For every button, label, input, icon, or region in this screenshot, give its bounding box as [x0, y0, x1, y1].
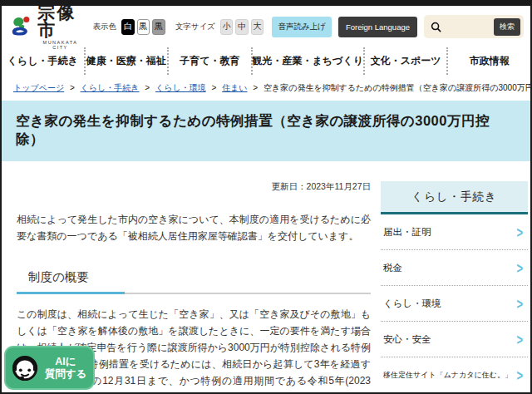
nav-item-kenko[interactable]: 健康・医療・福祉 [84, 47, 168, 75]
section-heading: 制度の概要 [28, 269, 371, 285]
page: 宗像市 MUNAKATA CITY 表示色 白 黒 黒 文字サイズ 小 中 大 … [2, 6, 530, 392]
sidebar: くらし・手続き 届出・証明 > 税金 > くらし・環境 > [381, 181, 528, 392]
font-size-medium-button[interactable]: 中 [235, 19, 249, 35]
nav-item-kosodate[interactable]: 子育て・教育 [167, 47, 251, 75]
chevron-right-icon: > [516, 295, 523, 312]
page-title-band: 空き家の発生を抑制するための特例措置（空き家の譲渡所得の3000万円控除） [2, 101, 530, 161]
breadcrumb-link-sumai[interactable]: 住まい [222, 83, 247, 92]
site-title: 宗像市 [37, 6, 82, 38]
munakata-logo-icon [10, 12, 33, 41]
global-nav: くらし・手続き 健康・医療・福祉 子育て・教育 観光・産業・まちづくり 文化・ス… [2, 47, 530, 75]
display-color-gray-button[interactable]: 黒 [152, 19, 165, 35]
font-size-large-button[interactable]: 大 [251, 19, 264, 35]
breadcrumb-separator: > [253, 83, 258, 92]
breadcrumb-separator: > [70, 83, 75, 92]
font-size-label: 文字サイズ [175, 22, 215, 32]
sidebar-item-iju[interactable]: 移住定住サイト「ムナカタに住む。」 > [381, 357, 528, 392]
sidebar-item-label: 税金 [383, 262, 402, 274]
sidebar-title: くらし・手続き [381, 181, 528, 214]
breadcrumb-separator: > [145, 83, 150, 92]
chevron-right-icon: > [516, 331, 523, 347]
updated-date: 更新日：2023年11月27日 [17, 181, 371, 193]
site-header: 宗像市 MUNAKATA CITY 表示色 白 黒 黒 文字サイズ 小 中 大 … [2, 6, 530, 47]
sidebar-item-anshin[interactable]: 安心・安全 > [381, 322, 528, 357]
breadcrumb-link-kurashi[interactable]: くらし・手続き [81, 83, 140, 92]
search-icon [431, 22, 441, 32]
breadcrumb: トップページ > くらし・手続き > くらし・環境 > 住まい > 空き家の発生… [2, 75, 530, 101]
ask-ai-label: AIに 質問する [43, 356, 88, 381]
sidebar-item-label: くらし・環境 [383, 298, 441, 310]
sidebar-item-label: 届出・証明 [383, 226, 431, 239]
search-box: 検索 [424, 15, 524, 38]
page-title: 空き家の発生を抑制するための特例措置（空き家の譲渡所得の3000万円控除） [16, 112, 517, 149]
site-logo[interactable]: 宗像市 MUNAKATA CITY [10, 6, 83, 50]
breadcrumb-current: 空き家の発生を抑制するための特例措置（空き家の譲渡所得の3000万円控除） [264, 83, 530, 92]
chevron-right-icon: > [516, 367, 523, 383]
breadcrumb-link-top[interactable]: トップページ [13, 83, 64, 92]
window-frame: 宗像市 MUNAKATA CITY 表示色 白 黒 黒 文字サイズ 小 中 大 … [0, 0, 532, 394]
ask-ai-label-line1: AIに [55, 356, 76, 367]
ask-ai-label-line2: 質問する [45, 368, 87, 380]
nav-item-shisei[interactable]: 市政情報 [446, 47, 530, 75]
font-size-small-button[interactable]: 小 [220, 19, 234, 35]
text-to-speech-button[interactable]: 音声読み上げ [272, 17, 331, 37]
nav-item-bunka[interactable]: 文化・スポーツ [363, 47, 447, 75]
sidebar-item-zeikin[interactable]: 税金 > [381, 250, 528, 286]
intro-paragraph: 相続によって発生した市内の空き家について、本制度の適用を受けるために必要な書類の… [17, 211, 371, 244]
display-color-white-button[interactable]: 白 [121, 19, 135, 35]
display-color-label: 表示色 [93, 22, 117, 32]
section-heading-wrap: 制度の概要 [17, 269, 371, 294]
sidebar-item-label: 移住定住サイト「ムナカタに住む。」 [383, 370, 512, 381]
display-color-black-button[interactable]: 黒 [137, 19, 150, 35]
breadcrumb-link-kankyo[interactable]: くらし・環境 [155, 83, 206, 92]
ai-headset-face-icon [11, 354, 39, 382]
ask-ai-button[interactable]: AIに 質問する [4, 346, 95, 390]
search-button[interactable]: 検索 [494, 18, 520, 36]
chevron-right-icon: > [516, 259, 523, 276]
nav-item-kurashi[interactable]: くらし・手続き [2, 47, 84, 75]
foreign-language-button[interactable]: Foreign Language [338, 17, 417, 37]
sidebar-item-kankyo[interactable]: くらし・環境 > [381, 286, 528, 322]
sidebar-item-label: 安心・安全 [383, 333, 431, 346]
nav-item-kanko[interactable]: 観光・産業・まちづくり [251, 47, 363, 75]
chevron-right-icon: > [516, 224, 523, 240]
breadcrumb-separator: > [211, 83, 216, 92]
site-title-group: 宗像市 MUNAKATA CITY [37, 6, 82, 50]
sidebar-item-todokede[interactable]: 届出・証明 > [381, 214, 528, 250]
search-input[interactable] [441, 22, 494, 32]
